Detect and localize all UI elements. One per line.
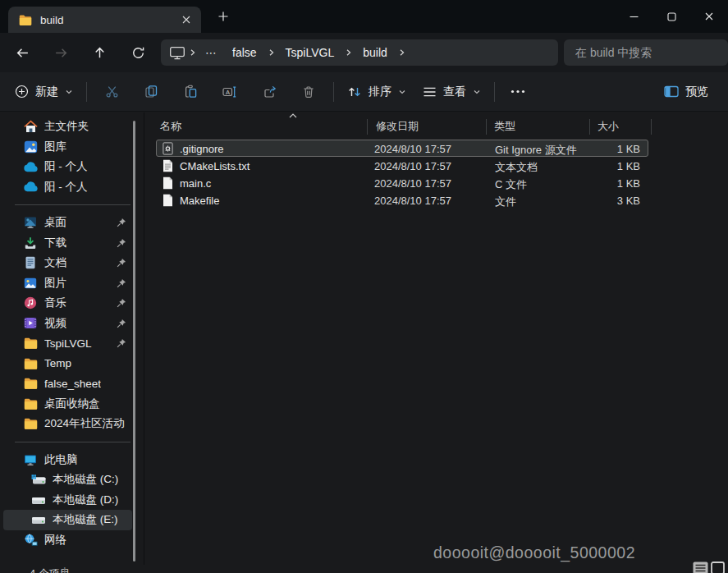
- sidebar-item-label: 音乐: [44, 296, 66, 310]
- onedrive-icon: [22, 162, 39, 172]
- sidebar-item[interactable]: 本地磁盘 (C:): [3, 470, 132, 490]
- sidebar-item-label: 本地磁盘 (C:): [53, 472, 118, 487]
- minimize-icon: [630, 12, 639, 21]
- sidebar-item-label: 桌面收纳盒: [44, 397, 100, 411]
- sidebar-item[interactable]: 阳 - 个人: [3, 157, 132, 177]
- more-options-button[interactable]: [501, 78, 534, 106]
- file-row[interactable]: .gitignore2024/8/10 17:57Git Ignore 源文件1…: [156, 140, 648, 157]
- preview-button[interactable]: 预览: [656, 79, 717, 105]
- sidebar-item[interactable]: 视频: [3, 314, 132, 334]
- copy-icon: [144, 85, 158, 99]
- sidebar-item[interactable]: 本地磁盘 (D:): [3, 490, 132, 511]
- details-view-button[interactable]: [693, 562, 708, 573]
- file-row[interactable]: main.c2024/8/10 17:57C 文件1 KB: [156, 174, 648, 191]
- sort-button[interactable]: 排序: [339, 79, 414, 105]
- sidebar-item[interactable]: TspiLVGL: [3, 333, 132, 354]
- file-name: main.c: [180, 177, 211, 190]
- file-date: 2024/8/10 17:57: [374, 195, 451, 207]
- preview-button-label: 预览: [685, 85, 708, 99]
- search-input[interactable]: [564, 46, 728, 59]
- column-separator[interactable]: [589, 119, 590, 135]
- window-controls: [615, 0, 728, 33]
- folder-icon: [22, 418, 39, 429]
- file-row[interactable]: CMakeLists.txt2024/8/10 17:57文本文档1 KB: [156, 157, 648, 174]
- file-type: 文本文档: [495, 160, 538, 175]
- sidebar-item[interactable]: 主文件夹: [3, 117, 132, 137]
- file-date: 2024/8/10 17:57: [374, 160, 451, 172]
- new-button[interactable]: 新建: [7, 79, 81, 105]
- rename-button[interactable]: A: [213, 78, 246, 106]
- column-header-name[interactable]: 名称: [157, 116, 185, 137]
- back-button[interactable]: [9, 39, 35, 66]
- column-separator[interactable]: [486, 119, 487, 135]
- sidebar-item[interactable]: 下载: [3, 233, 132, 254]
- file-type: 文件: [495, 195, 516, 209]
- sidebar-item[interactable]: 网络: [3, 530, 132, 551]
- icons-view-button[interactable]: [711, 562, 725, 573]
- maximize-button[interactable]: [652, 0, 690, 33]
- download-icon: [22, 236, 39, 250]
- drive-icon: [30, 515, 47, 525]
- chevron-right-icon[interactable]: [343, 48, 354, 57]
- share-button[interactable]: [253, 78, 286, 106]
- sidebar-item-label: 本地磁盘 (D:): [53, 493, 118, 507]
- new-button-label: 新建: [35, 85, 58, 99]
- sidebar-item[interactable]: 音乐: [3, 293, 132, 314]
- breadcrumb-ellipsis[interactable]: ⋯: [199, 44, 223, 61]
- search-box[interactable]: [564, 39, 728, 66]
- file-date: 2024/8/10 17:57: [374, 143, 451, 155]
- file-size: 1 KB: [617, 160, 640, 172]
- refresh-button[interactable]: [125, 39, 151, 66]
- close-button[interactable]: [690, 0, 728, 33]
- sidebar-item[interactable]: 图片: [3, 273, 132, 294]
- status-bar: [0, 565, 728, 573]
- breadcrumb[interactable]: ⋯falseTspiLVGLbuild: [161, 39, 558, 66]
- copy-button[interactable]: [135, 78, 167, 106]
- chevron-right-icon[interactable]: [187, 48, 198, 57]
- chevron-right-icon[interactable]: [396, 48, 407, 57]
- column-header-size[interactable]: 大小: [594, 116, 622, 137]
- delete-button[interactable]: [292, 78, 325, 106]
- column-separator[interactable]: [651, 119, 652, 135]
- folder-icon: [22, 358, 39, 369]
- file-row[interactable]: Makefile2024/8/10 17:57文件3 KB: [156, 191, 648, 209]
- breadcrumb-segment[interactable]: TspiLVGL: [278, 44, 342, 61]
- tab-close-icon[interactable]: [178, 11, 195, 28]
- address-row: ⋯falseTspiLVGLbuild: [0, 33, 728, 72]
- plus-circle-icon: [15, 85, 29, 99]
- pin-icon: [117, 218, 126, 227]
- sidebar-item[interactable]: 2024年社区活动: [3, 414, 132, 434]
- sidebar-item[interactable]: false_sheet: [3, 374, 132, 394]
- sidebar-item[interactable]: 本地磁盘 (E:): [3, 510, 132, 530]
- paste-button[interactable]: [174, 78, 207, 106]
- sidebar-item[interactable]: 此电脑: [3, 450, 132, 470]
- new-tab-button[interactable]: [211, 4, 236, 29]
- sidebar-item[interactable]: Temp: [3, 354, 132, 374]
- sidebar-scrollbar[interactable]: [133, 121, 135, 562]
- minimize-button[interactable]: [615, 0, 652, 33]
- sidebar-item[interactable]: 文档: [3, 253, 132, 273]
- up-button[interactable]: [86, 39, 112, 66]
- view-list-icon: [423, 86, 437, 98]
- onedrive-icon: [22, 181, 39, 192]
- view-button[interactable]: 查看: [414, 79, 489, 105]
- sidebar-item-label: 下载: [44, 236, 66, 250]
- sidebar-item[interactable]: 桌面: [3, 213, 132, 233]
- cut-button[interactable]: [95, 78, 128, 106]
- column-header-date[interactable]: 修改日期: [373, 116, 422, 137]
- sidebar-item[interactable]: 桌面收纳盒: [3, 394, 132, 415]
- tab-build[interactable]: build: [8, 7, 201, 33]
- folder-icon: [22, 378, 39, 389]
- desktop-icon: [22, 216, 39, 229]
- sidebar-item[interactable]: 阳 - 个人: [3, 177, 132, 198]
- column-separator[interactable]: [367, 119, 368, 135]
- pin-icon: [117, 238, 126, 248]
- toolbar-icon-buttons: A: [92, 78, 328, 106]
- column-header-type[interactable]: 类型: [491, 116, 519, 137]
- breadcrumb-segment[interactable]: build: [355, 44, 395, 61]
- chevron-right-icon[interactable]: [266, 48, 277, 57]
- sidebar-item[interactable]: 图库: [3, 137, 132, 158]
- music-icon: [22, 296, 39, 309]
- refresh-icon: [131, 46, 145, 60]
- breadcrumb-segment[interactable]: false: [225, 44, 264, 61]
